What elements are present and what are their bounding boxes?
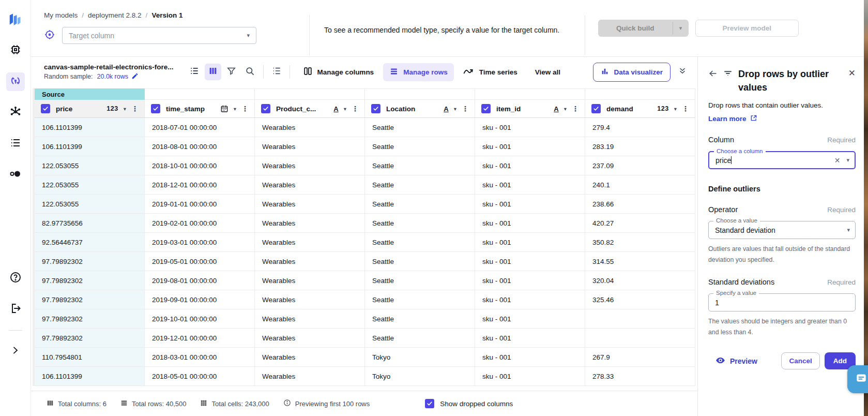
table-cell[interactable]: 2018-12-01 00:00:00	[145, 175, 255, 194]
table-cell[interactable]: 97.79892302	[35, 329, 145, 347]
table-cell[interactable]: Wearables	[255, 195, 365, 213]
sidebar-item-expand[interactable]	[6, 342, 25, 361]
breadcrumb-deployment[interactable]: deployment 2.8.2	[88, 11, 142, 19]
table-cell[interactable]: sku - 001	[475, 348, 585, 366]
column-header-price[interactable]: price123▾⋮	[35, 100, 145, 117]
kebab-menu-icon[interactable]: ⋮	[240, 105, 250, 113]
table-cell[interactable]: Wearables	[255, 214, 365, 232]
table-cell[interactable]: 420.27	[585, 214, 695, 232]
learn-more-link[interactable]: Learn more	[708, 114, 757, 123]
sidebar-item-help[interactable]	[6, 269, 25, 288]
table-cell[interactable]: 2019-12-01 00:00:00	[145, 329, 255, 347]
manage-rows-button[interactable]: Manage rows	[383, 63, 454, 81]
chevron-down-icon[interactable]: ▾	[564, 106, 567, 112]
table-cell[interactable]: sku - 001	[475, 214, 585, 232]
table-cell[interactable]: 2019-01-01 00:00:00	[145, 195, 255, 213]
table-cell[interactable]: Wearables	[255, 290, 365, 309]
preview-model-button[interactable]: Preview model	[695, 20, 799, 37]
time-series-button[interactable]: Time series	[457, 63, 524, 81]
numeric-type-icon[interactable]: 123	[106, 105, 118, 112]
table-cell[interactable]: Wearables	[255, 329, 365, 347]
row-list-view-button[interactable]	[186, 64, 203, 80]
column-checkbox[interactable]	[481, 104, 491, 113]
table-cell[interactable]: Seattle	[365, 214, 475, 232]
table-cell[interactable]	[585, 309, 695, 328]
sidebar-item-datasets[interactable]	[6, 72, 25, 91]
table-cell[interactable]: Seattle	[365, 118, 475, 137]
table-cell[interactable]: 2019-09-01 00:00:00	[145, 290, 255, 309]
column-checkbox[interactable]	[41, 104, 50, 113]
column-checkbox[interactable]	[371, 104, 380, 113]
table-cell[interactable]: 122.053055	[35, 156, 145, 175]
column-header-Product_c...[interactable]: Product_c...A▾⋮	[255, 100, 365, 117]
table-cell[interactable]: 122.053055	[35, 175, 145, 194]
table-cell[interactable]: Seattle	[365, 175, 475, 194]
table-cell[interactable]: 122.053055	[35, 195, 145, 213]
view-all-button[interactable]: View all	[535, 68, 560, 76]
table-cell[interactable]: 106.1101399	[35, 118, 145, 137]
standard-deviations-input[interactable]: Specify a value 1	[708, 293, 856, 311]
table-cell[interactable]: Seattle	[365, 271, 475, 290]
operator-select-field[interactable]: Choose a value Standard deviation ▾	[708, 221, 856, 239]
table-cell[interactable]: sku - 001	[475, 309, 585, 328]
chevron-down-icon[interactable]: ▾	[234, 106, 236, 112]
source-tab[interactable]: Source	[35, 88, 145, 100]
table-cell[interactable]: Wearables	[255, 348, 365, 366]
table-cell[interactable]: Tokyo	[365, 367, 475, 385]
column-checkbox[interactable]	[261, 104, 270, 113]
filter-button[interactable]	[223, 64, 240, 80]
table-cell[interactable]: Wearables	[255, 156, 365, 175]
kebab-menu-icon[interactable]: ⋮	[350, 105, 360, 113]
panel-back-button[interactable]	[708, 69, 718, 80]
chevron-down-icon[interactable]: ▾	[124, 106, 126, 112]
sidebar-item-automations[interactable]	[6, 166, 25, 184]
table-cell[interactable]: 240.1	[585, 175, 695, 194]
table-cell[interactable]: sku - 001	[475, 252, 585, 271]
sample-size-link[interactable]: 20.0k rows	[97, 72, 139, 81]
table-cell[interactable]: Seattle	[365, 329, 475, 347]
table-cell[interactable]: Wearables	[255, 367, 365, 385]
calendar-icon[interactable]	[220, 105, 229, 113]
ordered-list-button[interactable]	[268, 64, 285, 80]
table-cell[interactable]: 2019-05-01 00:00:00	[145, 252, 255, 271]
table-cell[interactable]: sku - 001	[475, 233, 585, 251]
table-cell[interactable]: Wearables	[255, 271, 365, 290]
data-visualizer-button[interactable]: Data visualizer	[593, 63, 671, 82]
target-column-select[interactable]: Target column ▾	[62, 27, 256, 44]
column-view-button[interactable]	[205, 64, 221, 80]
show-dropped-checkbox[interactable]	[425, 399, 434, 408]
table-cell[interactable]: sku - 001	[475, 137, 585, 156]
table-cell[interactable]: sku - 001	[475, 329, 585, 347]
table-cell[interactable]: 97.79892302	[35, 271, 145, 290]
table-cell[interactable]: Seattle	[365, 137, 475, 156]
chevron-down-icon[interactable]: ▾	[674, 106, 677, 112]
kebab-menu-icon[interactable]: ⋮	[680, 105, 691, 113]
show-dropped-columns-toggle[interactable]: Show dropped columns	[425, 399, 513, 408]
table-cell[interactable]: Wearables	[255, 252, 365, 271]
table-cell[interactable]: 97.79892302	[35, 252, 145, 271]
table-cell[interactable]: sku - 001	[475, 175, 585, 194]
table-cell[interactable]: 314.55	[585, 252, 695, 271]
table-cell[interactable]: 110.7954801	[35, 348, 145, 366]
table-cell[interactable]: 320.04	[585, 271, 695, 290]
column-checkbox[interactable]	[591, 104, 601, 113]
chevron-down-icon[interactable]: ▾	[344, 106, 346, 112]
table-cell[interactable]: Seattle	[365, 233, 475, 251]
text-type-icon[interactable]: A	[554, 105, 558, 113]
table-cell[interactable]: 238.66	[585, 195, 695, 213]
table-cell[interactable]: 97.79892302	[35, 290, 145, 309]
table-cell[interactable]: Seattle	[365, 156, 475, 175]
table-cell[interactable]: 92.56446737	[35, 233, 145, 251]
table-cell[interactable]: 283.19	[585, 137, 695, 156]
kebab-menu-icon[interactable]: ⋮	[130, 105, 140, 113]
column-select-field[interactable]: Choose a column price ✕ ▾	[708, 151, 856, 169]
table-cell[interactable]: Seattle	[365, 290, 475, 309]
collapse-toolbar-button[interactable]	[675, 64, 690, 80]
table-cell[interactable]: 106.1101399	[35, 137, 145, 156]
table-cell[interactable]: 82.97735656	[35, 214, 145, 232]
table-cell[interactable]: Wearables	[255, 175, 365, 194]
table-cell[interactable]: sku - 001	[475, 367, 585, 385]
clear-icon[interactable]: ✕	[834, 156, 841, 165]
table-cell[interactable]: sku - 001	[475, 290, 585, 309]
column-header-Location[interactable]: LocationA▾⋮	[365, 100, 475, 117]
